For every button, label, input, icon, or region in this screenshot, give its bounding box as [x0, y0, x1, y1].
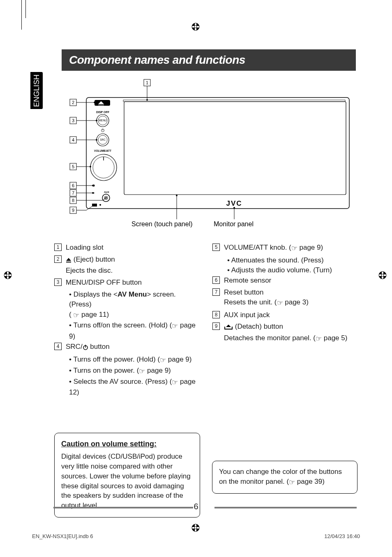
registration-mark-icon	[2, 270, 13, 281]
svg-text:3: 3	[72, 118, 74, 123]
item-title: Reset button	[224, 288, 263, 296]
item-7: 7 Reset button Resets the unit. (☞ page …	[212, 288, 358, 309]
svg-text:9: 9	[72, 208, 74, 213]
svg-rect-90	[232, 327, 233, 329]
language-tab: ENGLISH	[30, 72, 43, 109]
svg-line-78	[86, 205, 94, 210]
item-desc: Detaches the monitor panel. (	[224, 334, 316, 342]
svg-point-81	[176, 195, 178, 196]
right-column: 5 VOLUME/ATT knob. (☞ page 9) Attenuates…	[212, 243, 358, 398]
svg-point-49	[94, 102, 95, 103]
svg-point-65	[92, 185, 94, 186]
item-desc: Ejects the disc.	[66, 267, 113, 274]
svg-rect-20	[86, 97, 349, 209]
svg-point-79	[93, 204, 95, 206]
crop-rule	[21, 0, 22, 30]
pointer-icon: ☞	[316, 334, 322, 344]
item-9: 9 (Detach) button Detaches the monitor p…	[212, 322, 358, 344]
pointer-icon: ☞	[289, 478, 295, 487]
disp-off-label: DISP OFF	[96, 111, 110, 114]
description-columns: 1 Loading slot 2 (Eject) button Ejects t…	[54, 243, 358, 398]
bullet: Turns off the power. (Hold) (☞ page 9)	[69, 355, 200, 366]
src-label: SRC	[100, 138, 106, 141]
svg-point-69	[92, 192, 94, 194]
item-2: 2 (Eject) button Ejects the disc.	[54, 255, 200, 276]
svg-point-57	[96, 139, 97, 141]
svg-rect-85	[66, 262, 71, 262]
registration-mark-icon	[377, 270, 388, 281]
bullet: Selects the AV source. (Press) (☞ page 1…	[69, 377, 200, 398]
item-4: 4 SRC/ button	[54, 342, 200, 353]
svg-marker-91	[226, 325, 231, 327]
svg-point-45	[146, 99, 148, 101]
eject-icon	[66, 256, 71, 266]
monitor-panel-label: Monitor panel	[214, 220, 254, 227]
svg-text:7: 7	[72, 190, 74, 195]
item-5-bullets: Attenuates the sound. (Press) Adjusts th…	[212, 255, 358, 276]
item-5: 5 VOLUME/ATT knob. (☞ page 9)	[212, 243, 358, 254]
callout-number: 2	[54, 255, 62, 263]
svg-point-53	[96, 120, 97, 121]
page-number: 6	[0, 502, 392, 511]
registration-mark-icon	[190, 522, 201, 533]
volume-att-label: VOLUME/ATT	[94, 149, 111, 152]
svg-point-61	[90, 166, 91, 167]
bullet: Adjusts the audio volume. (Turn)	[227, 265, 358, 276]
item-title: Loading slot	[66, 244, 104, 251]
svg-text:6: 6	[72, 183, 74, 188]
svg-text:2: 2	[72, 100, 74, 105]
bullet: Attenuates the sound. (Press)	[227, 255, 358, 266]
item-title: AUX input jack	[224, 311, 270, 319]
svg-rect-89	[224, 327, 225, 329]
bullet: Turns on the power. (☞ page 9)	[69, 366, 200, 377]
pointer-icon: ☞	[73, 311, 79, 321]
svg-rect-23	[89, 99, 121, 206]
item-8: 8 AUX input jack	[212, 310, 358, 320]
callout-number: 6	[212, 276, 220, 284]
pointer-icon: ☞	[139, 367, 145, 377]
pointer-icon: ☞	[172, 321, 178, 332]
item-title: VOLUME/ATT knob. (	[224, 244, 291, 251]
item-3: 3 MENU/DISP OFF button	[54, 278, 200, 288]
item-4-bullets: Turns off the power. (Hold) (☞ page 9) T…	[54, 355, 200, 398]
device-diagram: DISP OFF MENU SRC VOLUME/ATT AUX	[62, 76, 356, 232]
item-desc: Resets the unit. (	[224, 298, 277, 306]
item-title-pre: SRC/	[66, 343, 83, 350]
imprint-right: 12/04/23 16:40	[324, 533, 360, 539]
pointer-icon: ☞	[277, 298, 283, 309]
callout-number: 9	[212, 323, 220, 330]
caution-heading: Caution on volume setting:	[61, 439, 193, 449]
item-title: Remote sensor	[224, 276, 271, 284]
crop-rule	[25, 0, 26, 18]
detach-icon	[224, 323, 233, 333]
svg-marker-84	[66, 258, 71, 261]
menu-label: MENU	[99, 119, 106, 122]
svg-text:1: 1	[146, 80, 148, 85]
callout-number: 8	[212, 311, 220, 318]
page: Component names and functions ENGLISH DI…	[0, 0, 392, 557]
color-change-box: You can change the color of the buttons …	[212, 461, 357, 494]
bullet: Displays the <AV Menu> screen. (Press)( …	[69, 290, 200, 321]
brand-logo: JVC	[226, 200, 242, 207]
registration-mark-icon	[190, 21, 201, 32]
section-heading-text: Component names and functions	[62, 53, 245, 67]
svg-text:4: 4	[72, 137, 74, 142]
svg-text:8: 8	[72, 198, 74, 203]
svg-point-19	[194, 527, 197, 529]
item-title: (Detach) button	[233, 323, 283, 330]
item-title-post: button	[88, 343, 110, 350]
svg-text:5: 5	[72, 164, 74, 169]
callout-number: 7	[212, 288, 220, 296]
power-icon	[83, 343, 88, 353]
callout-number: 3	[54, 278, 62, 286]
section-heading: Component names and functions	[62, 49, 356, 71]
item-title: (Eject) button	[71, 255, 115, 263]
pointer-icon: ☞	[160, 355, 166, 366]
imprint-left: EN_KW-NSX1[EU].indb 6	[32, 533, 93, 539]
item-title: MENU/DISP OFF button	[66, 278, 142, 286]
callout-number: 5	[212, 244, 220, 251]
callout-number: 1	[54, 244, 62, 251]
language-tab-label: ENGLISH	[32, 74, 41, 107]
svg-rect-22	[123, 100, 345, 102]
aux-label: AUX	[104, 191, 109, 193]
